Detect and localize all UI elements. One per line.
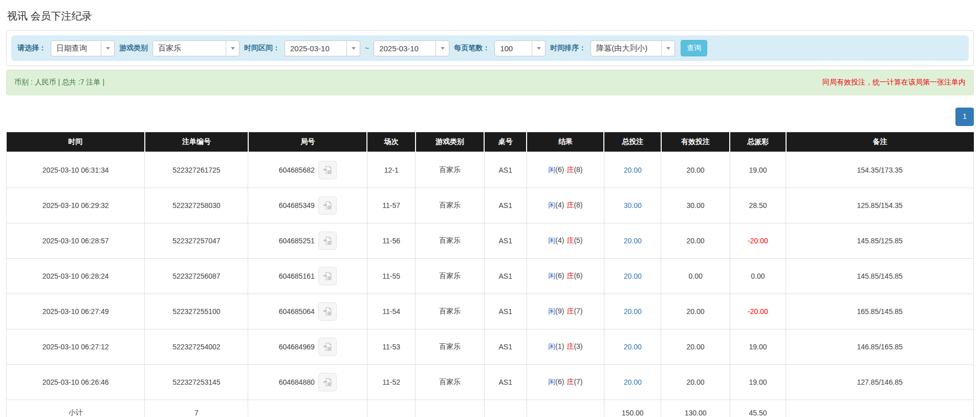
- date-separator: ~: [365, 44, 369, 52]
- round-number: 604685682: [279, 166, 315, 174]
- player-result: 闲: [548, 165, 555, 174]
- session-cell: 11-52: [367, 364, 416, 400]
- page-size-select[interactable]: 100: [494, 40, 546, 56]
- time-cell: 2025-03-10 06:26:46: [7, 364, 145, 400]
- total-bet-cell: 20.00: [604, 364, 661, 400]
- total-bet-link[interactable]: 20.00: [624, 272, 642, 280]
- result-cell: 闲(9)庄(7): [527, 294, 604, 329]
- subtotal-row: 小计7150.00130.0045.50: [7, 400, 974, 417]
- session-cell: 12-1: [367, 152, 416, 188]
- total-bet-link[interactable]: 20.00: [624, 307, 642, 316]
- table-number-cell: AS1: [484, 187, 527, 223]
- result-cell: 闲(4)庄(5): [527, 223, 604, 258]
- query-type-select[interactable]: 日期查询: [51, 40, 115, 56]
- bet-number-cell: 522327254002: [145, 329, 248, 364]
- summary-count-cell: 7: [145, 400, 248, 417]
- chevron-down-icon: [226, 41, 239, 56]
- player-result: 闲: [548, 378, 555, 386]
- video-replay-button[interactable]: [318, 302, 337, 321]
- player-result: 闲: [548, 272, 555, 280]
- valid-bet-cell: 30.00: [661, 187, 730, 223]
- video-replay-icon: [322, 200, 333, 211]
- total-bet-cell: 20.00: [604, 258, 661, 294]
- valid-bet-cell: 20.00: [661, 294, 730, 329]
- page-1-button[interactable]: 1: [955, 108, 974, 126]
- round-number-cell: 604684969: [248, 329, 367, 364]
- bet-number-cell: 522327258030: [145, 187, 248, 223]
- total-bet-link[interactable]: 20.00: [624, 237, 642, 245]
- query-type-label: 请选择：: [17, 44, 46, 53]
- video-replay-icon: [322, 342, 333, 352]
- valid-bet-cell: 20.00: [661, 152, 730, 188]
- remark-cell: 154.35/173.35: [786, 152, 974, 188]
- player-result: 闲: [548, 201, 555, 209]
- remark-cell: 145.85/145.85: [786, 258, 974, 294]
- chevron-down-icon: [435, 41, 449, 56]
- total-bet-link[interactable]: 20.00: [624, 343, 642, 351]
- time-sort-label: 时间排序：: [550, 44, 586, 53]
- table-row: 2025-03-10 06:28:24522327256087604685161…: [7, 258, 974, 294]
- video-replay-icon: [322, 377, 333, 387]
- banker-result: 庄: [567, 201, 574, 209]
- result-cell: 闲(1)庄(3): [527, 329, 604, 364]
- round-number-cell: 604685161: [248, 258, 367, 294]
- video-replay-button[interactable]: [318, 267, 337, 285]
- game-type-label: 游戏类别: [119, 44, 148, 53]
- session-cell: 11-55: [367, 258, 416, 294]
- video-replay-button[interactable]: [318, 338, 337, 356]
- time-cell: 2025-03-10 06:28:24: [7, 258, 145, 294]
- table-header-row: 时间注单编号局号场次游戏类别桌号结果总投注有效投注总派彩备注: [7, 132, 974, 152]
- game-type-cell: 百家乐: [416, 187, 484, 223]
- column-header: 有效投注: [661, 132, 730, 152]
- banker-result: 庄: [567, 272, 574, 280]
- page-size-label: 每页笔数：: [454, 44, 490, 53]
- total-bet-link[interactable]: 20.00: [624, 166, 642, 174]
- table-row: 2025-03-10 06:28:57522327257047604685251…: [7, 223, 974, 258]
- table-row: 2025-03-10 06:29:32522327258030604685349…: [7, 187, 974, 223]
- valid-bet-cell: 20.00: [661, 223, 730, 258]
- chevron-down-icon: [661, 41, 674, 56]
- pagination-top: 1: [6, 108, 974, 126]
- time-sort-value: 降冪(由大到小): [591, 41, 661, 56]
- video-replay-icon: [322, 165, 333, 175]
- time-cell: 2025-03-10 06:31:34: [7, 152, 145, 188]
- game-type-value: 百家乐: [153, 41, 226, 56]
- valid-bet-cell: 20.00: [661, 329, 730, 364]
- game-type-select[interactable]: 百家乐: [153, 40, 239, 56]
- banker-result: 庄: [567, 165, 574, 174]
- round-number-cell: 604685064: [248, 294, 367, 329]
- valid-bet-cell: 0.00: [661, 258, 730, 294]
- time-sort-select[interactable]: 降冪(由大到小): [591, 40, 675, 56]
- total-bet-link[interactable]: 20.00: [624, 378, 642, 386]
- chevron-down-icon: [532, 41, 545, 56]
- video-replay-button[interactable]: [318, 232, 337, 250]
- round-number: 604685161: [279, 272, 315, 280]
- date-to-select[interactable]: 2025-03-10: [374, 40, 449, 56]
- chevron-down-icon: [101, 41, 114, 56]
- video-replay-button[interactable]: [318, 196, 337, 215]
- table-body: 2025-03-10 06:31:34522327261725604685682…: [7, 152, 974, 417]
- table-row: 2025-03-10 06:26:46522327253145604684880…: [7, 364, 974, 400]
- payout-cell: 19.00: [730, 329, 786, 364]
- payout-cell: 0.00: [730, 258, 786, 294]
- date-from-select[interactable]: 2025-03-10: [285, 40, 360, 56]
- bet-records-table: 时间注单编号局号场次游戏类别桌号结果总投注有效投注总派彩备注 2025-03-1…: [6, 132, 974, 417]
- column-header: 时间: [7, 132, 145, 152]
- total-bet-link[interactable]: 30.00: [624, 201, 642, 210]
- filter-bar: 请选择： 日期查询 游戏类别 百家乐 时间区间： 2025-03-10 ~ 20…: [11, 35, 969, 61]
- round-number: 604685251: [279, 237, 315, 245]
- column-header: 总投注: [604, 132, 661, 152]
- round-number: 604684880: [279, 378, 315, 386]
- banker-result: 庄: [567, 236, 574, 244]
- game-type-cell: 百家乐: [416, 223, 484, 258]
- column-header: 游戏类别: [416, 132, 484, 152]
- search-button[interactable]: 查询: [681, 40, 707, 56]
- table-number-cell: AS1: [484, 329, 527, 364]
- video-replay-button[interactable]: [318, 373, 337, 391]
- round-number-cell: 604684880: [248, 364, 367, 400]
- column-header: 备注: [786, 132, 974, 152]
- video-replay-button[interactable]: [318, 161, 337, 179]
- round-number: 604685064: [279, 307, 315, 316]
- remark-cell: 127.85/146.85: [786, 364, 974, 400]
- round-number-cell: 604685251: [248, 223, 367, 258]
